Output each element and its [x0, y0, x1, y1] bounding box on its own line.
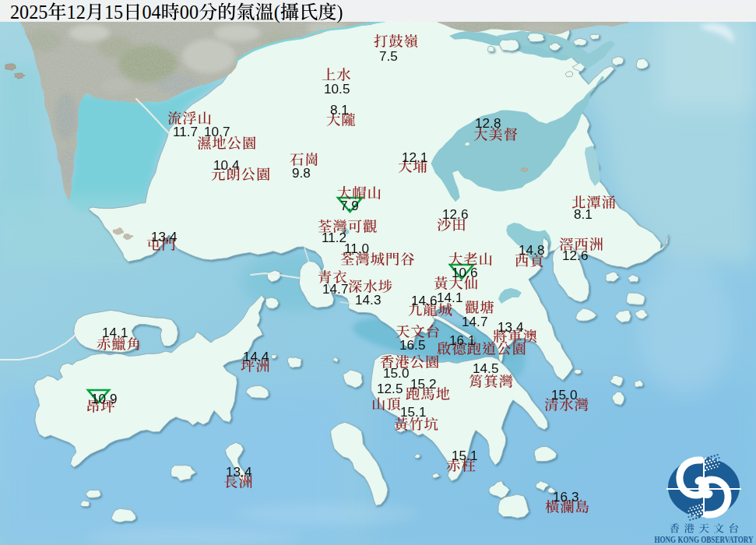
svg-text:10.5: 10.5: [324, 81, 350, 97]
svg-text:16.5: 16.5: [399, 337, 425, 353]
svg-text:16.3: 16.3: [553, 489, 578, 505]
svg-text:5: 5: [38, 2, 47, 23]
svg-text:12.6: 12.6: [442, 206, 468, 222]
svg-text:12.6: 12.6: [562, 248, 588, 263]
svg-text:): ): [337, 2, 343, 23]
svg-text:1: 1: [67, 2, 76, 23]
svg-text:16.1: 16.1: [449, 332, 475, 348]
svg-text:0: 0: [19, 2, 29, 23]
svg-text:12.8: 12.8: [475, 115, 501, 131]
svg-text:2: 2: [76, 2, 86, 23]
svg-text:15.1: 15.1: [452, 448, 477, 463]
svg-text:15.0: 15.0: [383, 365, 409, 381]
svg-text:14.1: 14.1: [437, 290, 462, 305]
svg-text:14.4: 14.4: [243, 349, 269, 364]
svg-text:2: 2: [10, 2, 19, 23]
svg-text:7.9: 7.9: [340, 198, 359, 213]
svg-text:14.5: 14.5: [473, 360, 498, 376]
svg-text:10.7: 10.7: [204, 124, 230, 139]
svg-text:14.1: 14.1: [102, 325, 128, 340]
svg-text:8.1: 8.1: [574, 206, 592, 222]
svg-text:11.7: 11.7: [173, 124, 198, 139]
svg-text:2: 2: [29, 2, 38, 23]
svg-text:14.6: 14.6: [411, 293, 437, 308]
svg-text:7.5: 7.5: [379, 48, 398, 64]
svg-text:4: 4: [152, 2, 161, 23]
svg-text:12.1: 12.1: [402, 149, 427, 165]
svg-text:15.1: 15.1: [400, 404, 426, 420]
svg-text:13.4: 13.4: [226, 464, 252, 480]
svg-text:0: 0: [180, 2, 189, 23]
svg-text:13.4: 13.4: [151, 229, 178, 244]
svg-text:14.7: 14.7: [322, 281, 348, 297]
svg-text:1: 1: [104, 2, 114, 23]
svg-text:10.6: 10.6: [452, 265, 477, 280]
svg-text:14.7: 14.7: [462, 314, 487, 329]
svg-text:0: 0: [189, 2, 199, 23]
svg-text:8.1: 8.1: [330, 102, 349, 118]
svg-text:11.2: 11.2: [322, 230, 346, 245]
svg-text:15.0: 15.0: [551, 387, 577, 403]
svg-text:15.2: 15.2: [410, 376, 436, 392]
svg-text:5: 5: [114, 2, 123, 23]
svg-text:0: 0: [142, 2, 151, 23]
svg-text:14.3: 14.3: [355, 292, 381, 308]
svg-text:HONG KONG OBSERVATORY: HONG KONG OBSERVATORY: [655, 535, 754, 544]
svg-text:10.4: 10.4: [213, 157, 240, 173]
svg-text:11.0: 11.0: [344, 241, 369, 256]
svg-text:9.8: 9.8: [292, 165, 311, 181]
svg-text:14.8: 14.8: [519, 242, 544, 258]
svg-text:13.4: 13.4: [498, 319, 524, 335]
svg-text:12.5: 12.5: [377, 381, 403, 396]
svg-text:10.9: 10.9: [91, 391, 117, 406]
svg-text:(: (: [274, 2, 280, 23]
